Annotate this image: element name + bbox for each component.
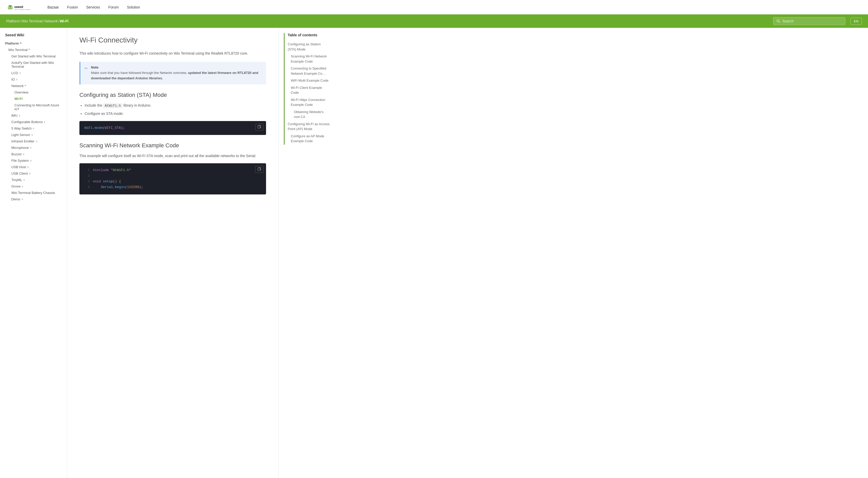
toc-item-sta[interactable]: Configuring as Station (STA) Mode [288, 41, 330, 53]
section1-title: Configuring as Station (STA) Mode [80, 92, 266, 98]
page-title: Wi-Fi Connectivity [80, 36, 266, 44]
sidebar-item-usb-host[interactable]: USB Host ∨ [0, 164, 67, 170]
sidebar-item-azure[interactable]: Connecting to Microsoft Azure IoT [0, 102, 67, 112]
toc-item-ap[interactable]: Configuring Wi-Fi as Access Point (AP) M… [288, 121, 330, 133]
search-icon [776, 19, 780, 23]
sidebar-item-imu[interactable]: IMU ∨ [0, 112, 67, 119]
main-layout: Seeed Wiki Platform ^ Wio Terminal ^ Get… [0, 28, 868, 478]
sidebar-title: Seeed Wiki [0, 33, 67, 40]
toc-item-rootca[interactable]: Obtaining Website's root CA [288, 108, 330, 121]
scan-intro-text: This example will configure itself as Wi… [80, 153, 266, 159]
toc-item-ap-example[interactable]: Configure as AP Mode Example Code [288, 133, 330, 145]
nav-fusion[interactable]: Fusion [67, 5, 78, 9]
sidebar-item-network[interactable]: Network ^ [0, 83, 67, 89]
toc-item-multiwifi[interactable]: WiFi Multi Example Code [288, 77, 330, 84]
svg-text:seeed: seeed [14, 5, 23, 9]
code-inline-atwifi: AtWifi.h [103, 103, 122, 108]
note-title: Note [91, 65, 262, 69]
main-content: Wi-Fi Connectivity This wiki introduces … [67, 28, 278, 478]
toc-item-client[interactable]: Wi-Fi Client Example Code [288, 84, 330, 96]
toc-sidebar: Table of contents Configuring as Station… [278, 28, 335, 478]
nav-forum[interactable]: Forum [108, 5, 119, 9]
code-block-1: WiFi.mode(WIFI_STA); [80, 121, 266, 135]
sidebar-item-overview[interactable]: Overview [0, 89, 67, 96]
sidebar-item-buttons[interactable]: Configurable Buttons ∨ [0, 119, 67, 125]
sidebar-item-get-started[interactable]: Get Started with Wio Terminal [0, 53, 67, 60]
sidebar-item-filesystem[interactable]: File System ∨ [0, 157, 67, 164]
svg-text:The IoT Hardware Enabler: The IoT Hardware Enabler [14, 8, 30, 10]
copy-button-1[interactable] [255, 124, 264, 131]
bullet-item-1: Include the AtWifi.h library in Arduino. [85, 103, 266, 109]
code-block-2: 1#include "AtWiFi.h" 2 3void setup() { 4… [80, 163, 266, 194]
breadcrumb-network[interactable]: Network [44, 19, 58, 23]
breadcrumb-wifi[interactable]: Wi-Fi [60, 19, 69, 23]
svg-rect-8 [258, 168, 260, 170]
sidebar-item-lcd[interactable]: LCD ∨ [0, 70, 67, 76]
section2-title: Scanning Wi-Fi Network Example Code [80, 142, 266, 149]
toc-links: Table of contents Configuring as Station… [285, 33, 330, 145]
toc-title: Table of contents [288, 33, 330, 37]
sidebar-item-io[interactable]: IO ∨ [0, 76, 67, 83]
sidebar-item-tinyml[interactable]: TinyML ∨ [0, 177, 67, 183]
toc-item-connect[interactable]: Connecting to Specified Network Example … [288, 65, 330, 77]
sidebar-item-ardupy[interactable]: ArduPy Get Started with Wio Terminal [0, 60, 67, 70]
sidebar-item-battery[interactable]: Wio Terminal Battery Chassis [0, 190, 67, 196]
bullet-item-2: Configure as STA mode: [85, 111, 266, 117]
sidebar-item-grove[interactable]: Grove ∨ [0, 183, 67, 190]
toc-wrapper: Table of contents Configuring as Station… [284, 33, 330, 145]
sidebar-item-usb-client[interactable]: USB Client ∨ [0, 170, 67, 177]
header-right: EN [773, 17, 862, 25]
breadcrumb: Platform/Wio Terminal/Network/Wi-Fi [6, 19, 69, 23]
sidebar-item-mic[interactable]: Microphone ∨ [0, 144, 67, 151]
note-text: Make sure that you have followed through… [91, 70, 262, 81]
nav-services[interactable]: Services [86, 5, 100, 9]
copy-button-2[interactable] [255, 166, 264, 173]
breadcrumb-platform[interactable]: Platform [6, 19, 20, 23]
toc-item-scan[interactable]: Scanning Wi-Fi Network Example Code [288, 53, 330, 65]
breadcrumb-bar: Platform/Wio Terminal/Network/Wi-Fi EN [0, 14, 868, 28]
sidebar-item-buzzer[interactable]: Buzzer ∨ [0, 151, 67, 157]
sidebar-item-wio-terminal[interactable]: Wio Terminal ^ [0, 46, 67, 53]
breadcrumb-wio[interactable]: Wio Terminal [22, 19, 42, 23]
code-content-1: WiFi.mode(WIFI_STA); [85, 125, 261, 131]
search-input[interactable] [782, 19, 842, 23]
sidebar-item-demo[interactable]: Demo ∨ [0, 196, 67, 202]
sidebar-item-platform[interactable]: Platform ^ [0, 40, 67, 46]
sidebar-item-ir[interactable]: Infrared Emitter ∨ [0, 138, 67, 144]
intro-text: This wiki introduces how to configure Wi… [80, 50, 266, 57]
note-bold: updated the latest firmware on RTL8720 a… [91, 71, 258, 80]
pencil-icon: ✏ [85, 66, 88, 81]
code-content-2: 1#include "AtWiFi.h" 2 3void setup() { 4… [85, 167, 261, 190]
lang-button[interactable]: EN [850, 18, 862, 25]
nav-solution[interactable]: Solution [127, 5, 140, 9]
note-box: ✏ Note Make sure that you have followed … [80, 62, 266, 85]
top-nav: seeed The IoT Hardware Enabler Bazaar Fu… [0, 0, 868, 14]
sidebar-item-5way[interactable]: 5 Way Switch ∨ [0, 125, 67, 132]
svg-line-6 [779, 22, 780, 23]
sidebar: Seeed Wiki Platform ^ Wio Terminal ^ Get… [0, 28, 67, 478]
search-bar[interactable] [773, 17, 845, 25]
sep1: / [20, 19, 21, 23]
toc-item-https[interactable]: Wi-Fi Https Connection Example Code [288, 96, 330, 108]
sidebar-item-wifi[interactable]: Wi-Fi [0, 96, 67, 102]
svg-rect-7 [258, 126, 260, 128]
sep2: / [43, 19, 44, 23]
nav-links: Bazaar Fusion Services Forum Solution [48, 5, 140, 9]
sidebar-item-light[interactable]: Light Sensor ∨ [0, 132, 67, 138]
logo[interactable]: seeed The IoT Hardware Enabler [6, 3, 37, 12]
nav-bazaar[interactable]: Bazaar [48, 5, 59, 9]
bullet-list: Include the AtWifi.h library in Arduino.… [85, 103, 266, 117]
sep3: / [58, 19, 59, 23]
note-content: Note Make sure that you have followed th… [91, 65, 262, 81]
